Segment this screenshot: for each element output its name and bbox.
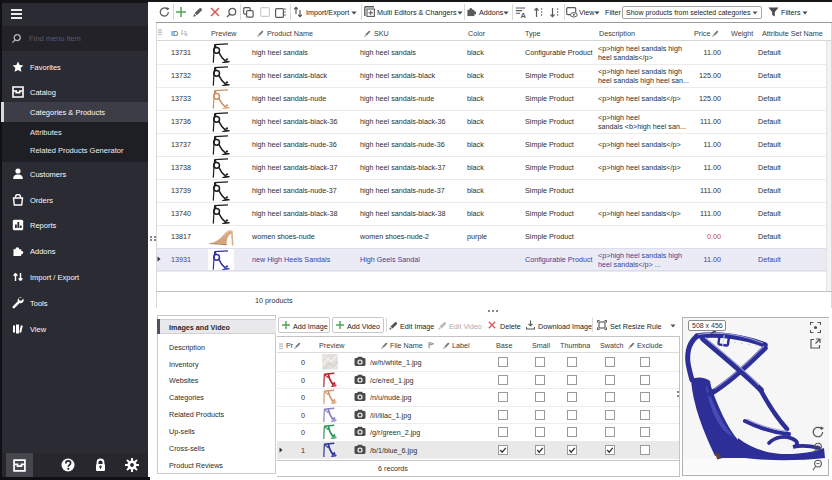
svg-text:A: A [520,11,526,18]
